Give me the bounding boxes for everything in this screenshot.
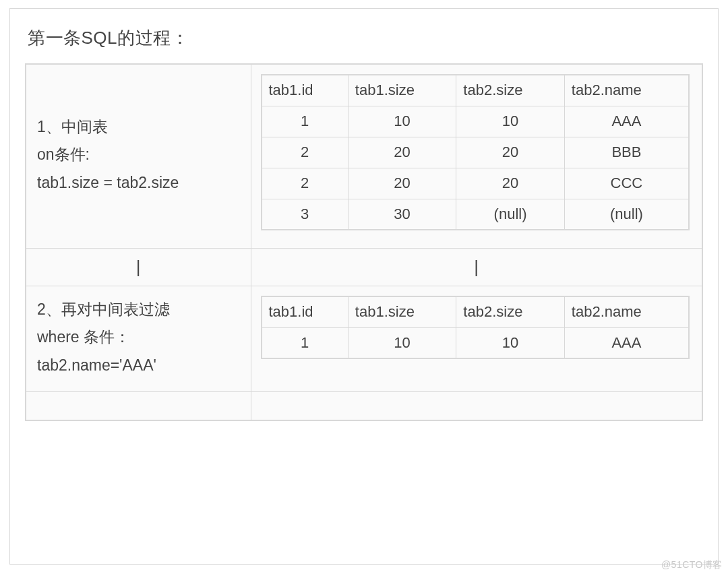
table-row: 2 20 20 CCC [262,168,690,199]
col-header: tab1.id [262,296,348,327]
step1-line1: 1、中间表 [37,113,240,141]
cell: 20 [456,168,564,199]
cell: AAA [564,327,689,358]
document-frame: 第一条SQL的过程： 1、中间表 on条件: tab1.size = tab2.… [9,8,719,565]
cell: 1 [262,106,348,137]
cell: (null) [456,199,564,230]
col-header: tab1.size [348,75,456,106]
step2-line2: where 条件： [37,323,240,351]
col-header: tab2.name [564,75,689,106]
step2-description: 2、再对中间表过滤 where 条件： tab2.name='AAA' [26,286,251,392]
step1-row: 1、中间表 on条件: tab1.size = tab2.size tab1.i… [26,64,702,249]
step2-line3: tab2.name='AAA' [37,352,240,379]
cell: 3 [262,199,348,230]
step1-line2: on条件: [37,141,240,168]
table-header-row: tab1.id tab1.size tab2.size tab2.name [262,296,690,327]
table-row: 3 30 (null) (null) [262,199,690,230]
cell: (null) [564,199,689,230]
cell: 10 [348,106,456,137]
cell: 10 [456,106,564,137]
col-header: tab1.size [348,296,456,327]
empty-cell [251,392,702,420]
step2-row: 2、再对中间表过滤 where 条件： tab2.name='AAA' tab1… [26,286,702,392]
cell: 2 [262,137,348,168]
cell: CCC [564,168,689,199]
table-row: 1 10 10 AAA [262,327,690,358]
empty-cell [26,392,251,420]
cell: 2 [262,168,348,199]
step1-line3: tab1.size = tab2.size [37,169,240,197]
col-header: tab2.size [456,296,564,327]
table-row: 1 10 10 AAA [262,106,690,137]
step1-description: 1、中间表 on条件: tab1.size = tab2.size [26,64,251,249]
watermark: @51CTO博客 [661,559,723,571]
layout-table: 1、中间表 on条件: tab1.size = tab2.size tab1.i… [25,63,703,421]
arrow-left: | [26,249,251,286]
table-row: 2 20 20 BBB [262,137,690,168]
cell: 20 [348,137,456,168]
cell: 30 [348,199,456,230]
cell: 1 [262,327,348,358]
arrow-row: | | [26,249,702,286]
table-header-row: tab1.id tab1.size tab2.size tab2.name [262,75,690,106]
cell: 10 [456,327,564,358]
cell: 20 [348,168,456,199]
step1-table-cell: tab1.id tab1.size tab2.size tab2.name 1 … [251,64,702,249]
page-title: 第一条SQL的过程： [28,26,703,50]
arrow-right: | [251,249,702,286]
cell: 10 [348,327,456,358]
col-header: tab2.name [564,296,689,327]
step2-table: tab1.id tab1.size tab2.size tab2.name 1 … [261,296,690,359]
cell: BBB [564,137,689,168]
col-header: tab1.id [262,75,348,106]
step2-line1: 2、再对中间表过滤 [37,296,240,323]
empty-row [26,392,702,420]
col-header: tab2.size [456,75,564,106]
step2-table-cell: tab1.id tab1.size tab2.size tab2.name 1 … [251,286,702,392]
step1-table: tab1.id tab1.size tab2.size tab2.name 1 … [261,74,690,230]
cell: 20 [456,137,564,168]
cell: AAA [564,106,689,137]
